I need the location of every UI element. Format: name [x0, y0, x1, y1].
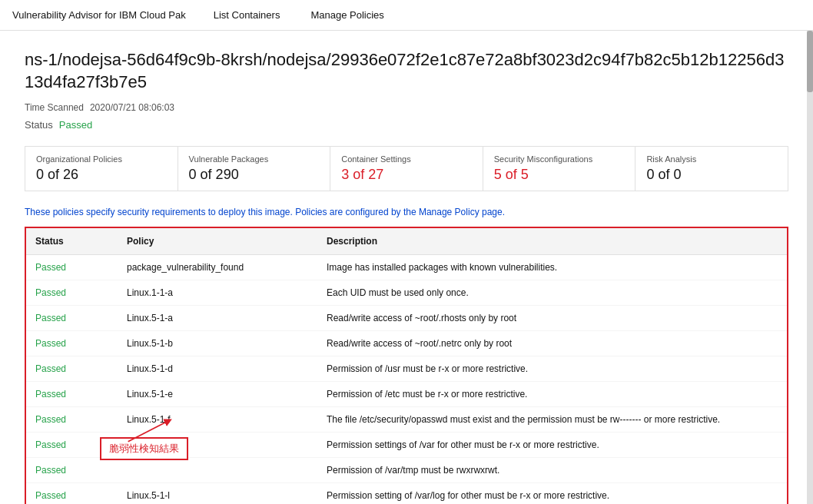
description-cell: The file /etc/security/opasswd must exis…	[317, 407, 788, 433]
tab-count-4: 0 of 0	[646, 167, 777, 183]
col-header-1: Policy	[118, 227, 317, 255]
status-cell: Passed	[25, 407, 118, 433]
manage-policies-link[interactable]: Manage Policies	[307, 9, 387, 21]
table-header: StatusPolicyDescription	[25, 227, 788, 255]
policy-cell: Linux.5-1-l	[118, 483, 317, 504]
policy-cell: Linux.5-1-a	[118, 306, 317, 331]
tab-label-4: Risk Analysis	[646, 154, 777, 164]
status-badge: Passed	[59, 119, 92, 131]
time-scanned-row: Time Scanned 2020/07/21 08:06:03	[25, 102, 788, 113]
table-row: Passed Permission of /var/tmp must be rw…	[25, 458, 788, 483]
summary-tab-0[interactable]: Organizational Policies 0 of 26	[25, 147, 178, 191]
tab-count-2: 3 of 27	[341, 167, 472, 183]
description-cell: Each UID must be used only once.	[317, 280, 788, 306]
description-cell: Image has installed packages with known …	[317, 255, 788, 280]
svg-line-0	[128, 421, 168, 442]
policy-cell: Linux.5-1-d	[118, 356, 317, 382]
description-cell: Permission of /etc must be r-x or more r…	[317, 382, 788, 407]
table-row: Passed Linux.5-1-b Read/write access of …	[25, 331, 788, 356]
policy-cell	[118, 458, 317, 483]
tab-label-2: Container Settings	[341, 154, 472, 164]
summary-tab-2[interactable]: Container Settings 3 of 27	[330, 147, 483, 191]
description-cell: Permission of /usr must be r-x or more r…	[317, 356, 788, 382]
time-scanned-label: Time Scanned	[25, 102, 84, 113]
summary-tab-3[interactable]: Security Misconfigurations 5 of 5	[483, 147, 636, 191]
status-cell: Passed	[25, 255, 118, 280]
col-header-2: Description	[317, 227, 788, 255]
tab-label-3: Security Misconfigurations	[494, 154, 625, 164]
status-cell: Passed	[25, 280, 118, 306]
tab-label-1: Vulnerable Packages	[189, 154, 320, 164]
table-row: Passed Linux.5-1-e Permission of /etc mu…	[25, 382, 788, 407]
tab-count-3: 5 of 5	[494, 167, 625, 183]
table-row: Passed package_vulnerability_found Image…	[25, 255, 788, 280]
main-content: ns-1/nodejsa-56d64f9c9b-8krsh/nodejsa/29…	[0, 31, 813, 504]
status-label: Status	[25, 119, 53, 131]
tab-count-1: 0 of 290	[189, 167, 320, 183]
status-cell: Passed	[25, 382, 118, 407]
scrollbar-thumb[interactable]	[807, 31, 813, 92]
policy-cell: package_vulnerability_found	[118, 255, 317, 280]
col-header-0: Status	[25, 227, 118, 255]
status-cell: Passed	[25, 331, 118, 356]
page-title: ns-1/nodejsa-56d64f9c9b-8krsh/nodejsa/29…	[25, 49, 788, 93]
status-cell: Passed	[25, 306, 118, 331]
summary-tab-1[interactable]: Vulnerable Packages 0 of 290	[178, 147, 331, 191]
info-text: These policies specify security requirem…	[25, 207, 788, 217]
policy-cell: Linux.5-1-e	[118, 382, 317, 407]
summary-tab-4[interactable]: Risk Analysis 0 of 0	[635, 147, 788, 191]
description-cell: Permission of /var/tmp must be rwxrwxrwt…	[317, 458, 788, 483]
policy-cell: Linux.5-1-b	[118, 331, 317, 356]
table-row: Passed Linux.5-1-l Permission setting of…	[25, 483, 788, 504]
table-row: Passed Linux.5-1-a Read/write access of …	[25, 306, 788, 331]
status-cell: Passed	[25, 483, 118, 504]
annotation-arrow-svg	[115, 416, 177, 443]
status-row: Status Passed	[25, 119, 788, 131]
table-body: Passed package_vulnerability_found Image…	[25, 255, 788, 504]
time-scanned-value: 2020/07/21 08:06:03	[90, 102, 174, 113]
policy-table: StatusPolicyDescription Passed package_v…	[25, 227, 788, 504]
tab-label-0: Organizational Policies	[36, 154, 167, 164]
list-containers-link[interactable]: List Containers	[211, 9, 284, 21]
description-cell: Permission settings of /var for other mu…	[317, 433, 788, 458]
description-cell: Permission setting of /var/log for other…	[317, 483, 788, 504]
annotation-label: 脆弱性検知結果	[109, 443, 179, 454]
tab-count-0: 0 of 26	[36, 167, 167, 183]
status-cell: Passed	[25, 356, 118, 382]
status-cell: Passed	[25, 458, 118, 483]
table-row: Passed Linux.1-1-a Each UID must be used…	[25, 280, 788, 306]
scrollbar-track[interactable]	[807, 31, 813, 504]
description-cell: Read/write access of ~root/.rhosts only …	[317, 306, 788, 331]
table-row: Passed Linux.5-1-d Permission of /usr mu…	[25, 356, 788, 382]
summary-tabs: Organizational Policies 0 of 26 Vulnerab…	[25, 146, 788, 191]
policy-cell: Linux.1-1-a	[118, 280, 317, 306]
top-nav: Vulnerability Advisor for IBM Cloud Pak …	[0, 0, 813, 31]
app-title: Vulnerability Advisor for IBM Cloud Pak	[12, 9, 186, 21]
description-cell: Read/write access of ~root/.netrc only b…	[317, 331, 788, 356]
